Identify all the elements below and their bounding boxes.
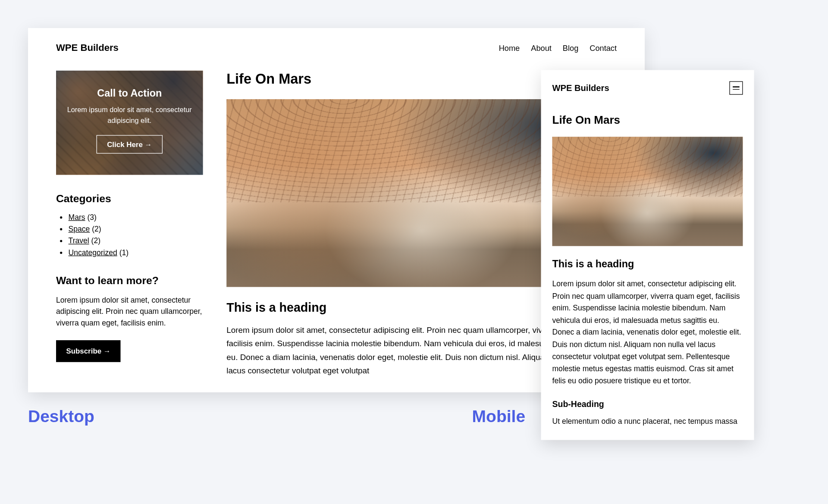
category-count: (3) (87, 213, 96, 222)
category-link-space[interactable]: Space (69, 225, 90, 233)
hamburger-icon (733, 86, 740, 87)
subscribe-button[interactable]: Subscribe → (56, 340, 121, 362)
learn-more-heading: Want to learn more? (56, 275, 203, 287)
category-link-mars[interactable]: Mars (69, 213, 85, 222)
mobile-header: WPE Builders (552, 81, 743, 95)
nav-link-blog[interactable]: Blog (563, 44, 578, 53)
cta-title: Call to Action (66, 88, 193, 99)
category-item: Travel (2) (69, 237, 203, 245)
sidebar: Call to Action Lorem ipsum dolor sit ame… (56, 71, 203, 378)
nav-link-about[interactable]: About (531, 44, 552, 53)
nav-link-home[interactable]: Home (499, 44, 520, 53)
category-link-travel[interactable]: Travel (69, 237, 89, 245)
nav-link-contact[interactable]: Contact (590, 44, 617, 53)
mobile-article-body: Lorem ipsum dolor sit amet, consectetur … (552, 278, 743, 387)
cta-box: Call to Action Lorem ipsum dolor sit ame… (56, 71, 203, 175)
category-count: (1) (119, 248, 129, 257)
category-link-uncategorized[interactable]: Uncategorized (69, 248, 117, 257)
category-item: Mars (3) (69, 213, 203, 222)
label-mobile: Mobile (472, 407, 526, 426)
categories-heading: Categories (56, 193, 203, 205)
category-item: Uncategorized (1) (69, 248, 203, 257)
mobile-article-subheading: Sub-Heading (552, 399, 743, 409)
cta-button[interactable]: Click Here → (96, 135, 163, 153)
hamburger-icon (733, 89, 740, 90)
label-desktop: Desktop (28, 407, 94, 426)
categories-list: Mars (3) Space (2) Travel (2) Uncategori… (56, 213, 203, 257)
category-count: (2) (91, 237, 100, 245)
mobile-article-hero-image (552, 137, 743, 246)
cta-description: Lorem ipsum dolor sit amet, consectetur … (66, 105, 193, 126)
hamburger-menu-button[interactable] (729, 81, 743, 95)
learn-more-description: Lorem ipsum dolor sit amet, consectetur … (56, 295, 203, 329)
desktop-header: WPE Builders Home About Blog Contact (28, 28, 645, 59)
category-count: (2) (92, 225, 101, 233)
mobile-article-heading: This is a heading (552, 258, 743, 270)
mobile-site-brand[interactable]: WPE Builders (552, 83, 609, 93)
mobile-article-title: Life On Mars (552, 114, 743, 127)
category-item: Space (2) (69, 225, 203, 233)
mobile-preview-frame: WPE Builders Life On Mars This is a head… (541, 70, 754, 440)
mobile-article-body2: Ut elementum odio a nunc placerat, nec t… (552, 416, 743, 428)
primary-nav: Home About Blog Contact (499, 44, 617, 53)
site-brand[interactable]: WPE Builders (56, 43, 119, 54)
